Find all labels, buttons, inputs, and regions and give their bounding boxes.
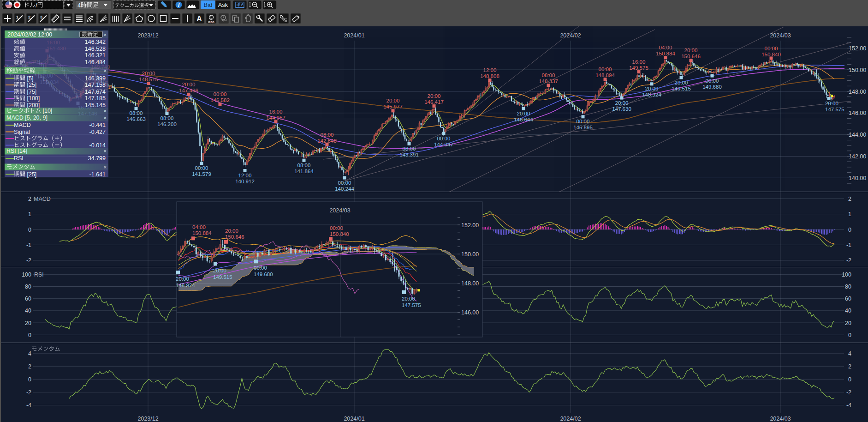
svg-text:147.158: 147.158 [85, 82, 106, 88]
svg-text:2024/03: 2024/03 [770, 416, 791, 422]
svg-text:34.799: 34.799 [88, 155, 106, 162]
svg-text:150.884: 150.884 [192, 230, 212, 236]
svg-text:2024/01: 2024/01 [344, 32, 364, 39]
svg-text:146.399: 146.399 [85, 75, 106, 82]
svg-text:145.977: 145.977 [383, 104, 403, 109]
svg-text:2023/12: 2023/12 [137, 416, 158, 422]
svg-text:2: 2 [28, 196, 31, 202]
svg-text:20: 20 [25, 320, 31, 326]
svg-text:Bid: Bid [204, 1, 213, 8]
svg-text:100: 100 [842, 271, 851, 278]
svg-text:146.528: 146.528 [85, 46, 106, 52]
svg-text:144.347: 144.347 [434, 142, 453, 147]
svg-text:2: 2 [28, 15, 30, 19]
svg-text:150.646: 150.646 [225, 234, 244, 240]
svg-text:08:00: 08:00 [297, 163, 311, 168]
svg-text:20:00: 20:00 [645, 86, 659, 91]
svg-text:00:00: 00:00 [338, 180, 351, 186]
svg-text:-2: -2 [846, 389, 851, 396]
svg-text:140.244: 140.244 [335, 186, 354, 192]
svg-text:20:00: 20:00 [825, 101, 838, 106]
svg-text:150.646: 150.646 [681, 54, 701, 59]
svg-text:20:00: 20:00 [142, 71, 155, 76]
svg-text:4: 4 [848, 350, 851, 357]
svg-text:4: 4 [28, 350, 31, 357]
svg-text:80: 80 [845, 283, 851, 290]
svg-text:146.200: 146.200 [157, 121, 177, 127]
svg-text:-2: -2 [26, 389, 31, 396]
svg-text:80: 80 [25, 283, 31, 290]
svg-text:145.895: 145.895 [573, 125, 593, 130]
svg-text:150.840: 150.840 [761, 52, 781, 57]
svg-text:148.808: 148.808 [480, 73, 499, 79]
svg-text:142.848: 142.848 [317, 138, 337, 144]
svg-text:149.515: 149.515 [213, 274, 232, 280]
svg-text:[10]: [10] [41, 108, 52, 114]
svg-text:20:00: 20:00 [386, 98, 400, 103]
svg-text:145.145: 145.145 [85, 102, 106, 109]
svg-text:146.663: 146.663 [126, 116, 146, 122]
svg-text:2: 2 [848, 196, 851, 202]
svg-text:147.496: 147.496 [179, 88, 198, 93]
svg-text:148.924: 148.924 [642, 92, 661, 97]
svg-text:2024/02: 2024/02 [560, 416, 581, 422]
svg-text:/: / [36, 2, 37, 9]
svg-text:-1: -1 [26, 242, 31, 248]
svg-text:RSI [14]: RSI [14] [6, 148, 27, 154]
svg-text:[200]: [200] [25, 102, 40, 109]
svg-text:-2: -2 [846, 257, 851, 264]
svg-text:146.342: 146.342 [85, 39, 106, 45]
svg-text:08:00: 08:00 [542, 72, 555, 78]
svg-text:146.417: 146.417 [424, 99, 444, 105]
svg-text:×: × [104, 164, 107, 170]
svg-text:[75]: [75] [25, 89, 36, 95]
svg-text:08:00: 08:00 [403, 146, 416, 151]
svg-text:-1: -1 [846, 242, 851, 248]
svg-text:2024/03: 2024/03 [329, 207, 350, 214]
svg-text:[25]: [25] [25, 82, 36, 88]
svg-text:[25]: [25] [25, 171, 36, 178]
svg-text:146.321: 146.321 [85, 52, 106, 59]
svg-text:1: 1 [16, 15, 18, 19]
svg-text:149.680: 149.680 [254, 271, 273, 277]
svg-text:×: × [104, 108, 107, 114]
svg-text:-0.014: -0.014 [89, 142, 106, 149]
svg-text:00:00: 00:00 [599, 66, 612, 72]
svg-text:00:00: 00:00 [577, 119, 590, 124]
svg-text:00:00: 00:00 [254, 265, 267, 271]
svg-text:20:00: 20:00 [428, 93, 441, 99]
svg-text:16:00: 16:00 [632, 59, 646, 65]
svg-text:20:00: 20:00 [517, 111, 530, 116]
svg-text:147.575: 147.575 [825, 107, 844, 112]
svg-text:148.00: 148.00 [461, 280, 479, 287]
svg-text:Ask: Ask [218, 1, 228, 8]
svg-text:143.391: 143.391 [399, 152, 419, 157]
svg-text:2024/02: 2024/02 [560, 32, 581, 39]
svg-text:00:00: 00:00 [706, 78, 719, 84]
svg-text:152.00: 152.00 [461, 222, 479, 229]
svg-text:0: 0 [28, 376, 31, 383]
svg-text:148.894: 148.894 [595, 72, 615, 78]
svg-text:147.185: 147.185 [85, 95, 106, 102]
svg-text:2023/12: 2023/12 [137, 32, 158, 39]
svg-text:A: A [196, 15, 202, 23]
svg-text:20:00: 20:00 [176, 276, 189, 282]
svg-text:×: × [104, 68, 107, 73]
svg-text:MACD: MACD [14, 122, 31, 128]
svg-text:08:00: 08:00 [321, 132, 334, 138]
svg-text:12:00: 12:00 [483, 67, 497, 73]
svg-text:MACD: MACD [34, 196, 51, 202]
svg-text:148.515: 148.515 [139, 77, 158, 82]
svg-text:20:00: 20:00 [402, 296, 415, 301]
svg-text:60: 60 [25, 295, 31, 302]
svg-text:60: 60 [845, 295, 851, 302]
svg-text:3: 3 [40, 15, 42, 19]
svg-text:00:00: 00:00 [765, 46, 778, 51]
svg-text:149.680: 149.680 [702, 84, 722, 90]
svg-text:00:00: 00:00 [214, 91, 227, 97]
svg-text:MACD [5, 20, 9]: MACD [5, 20, 9] [6, 115, 48, 121]
svg-text:2: 2 [848, 363, 851, 370]
svg-text:RSI: RSI [34, 271, 44, 278]
svg-text:149.575: 149.575 [629, 65, 648, 71]
svg-text:147.575: 147.575 [402, 302, 421, 308]
